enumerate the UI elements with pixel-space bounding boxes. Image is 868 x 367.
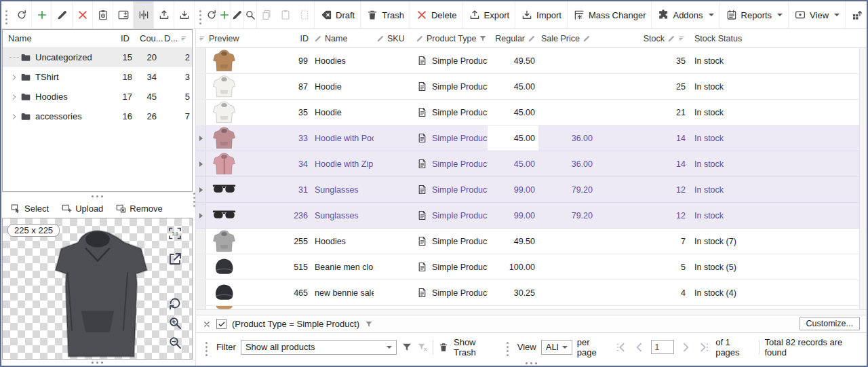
- refresh-categories-button[interactable]: [12, 1, 32, 28]
- trash-button[interactable]: Trash: [361, 1, 410, 28]
- id-cell[interactable]: 465: [247, 280, 311, 305]
- category-count-cell[interactable]: 26: [134, 111, 159, 121]
- id-cell[interactable]: 236: [247, 203, 311, 228]
- product-row[interactable]: 236 Sunglasses Simple Product 99.00 79.2…: [196, 203, 867, 229]
- left-pane-resize-grip[interactable]: [1, 360, 193, 366]
- toolbar-drag-handle[interactable]: [507, 346, 509, 348]
- id-cell[interactable]: 34: [247, 151, 311, 176]
- export-button[interactable]: Export: [463, 1, 516, 28]
- id-cell[interactable]: 33: [247, 125, 311, 151]
- vertical-scrollbar[interactable]: [859, 48, 867, 309]
- category-depth-cell[interactable]: 3: [159, 72, 192, 82]
- column-header-stock-status[interactable]: Stock Status: [689, 34, 867, 43]
- column-header-regular[interactable]: Regular: [488, 34, 538, 43]
- stock-status-cell[interactable]: In stock: [689, 100, 867, 125]
- regular-price-cell[interactable]: 99.00: [488, 177, 538, 202]
- sku-cell[interactable]: [374, 125, 413, 151]
- row-indicator-cell[interactable]: [196, 280, 206, 305]
- preview-cell[interactable]: [206, 229, 247, 254]
- sku-cell[interactable]: [374, 306, 413, 309]
- regular-price-cell[interactable]: 30.25: [488, 280, 538, 305]
- search-button[interactable]: [244, 1, 257, 28]
- sku-cell[interactable]: [374, 203, 413, 228]
- filter-funnel-icon[interactable]: [479, 35, 487, 43]
- export-grid-dropdown[interactable]: Export Grid: [846, 1, 867, 28]
- delete-button[interactable]: Delete: [410, 1, 463, 28]
- clear-filter-funnel-icon[interactable]: [417, 342, 428, 353]
- column-header-depth[interactable]: D...: [159, 33, 192, 43]
- expander[interactable]: [8, 93, 20, 101]
- sale-price-cell[interactable]: [538, 254, 596, 279]
- add-category-button[interactable]: [32, 1, 52, 28]
- preview-cell[interactable]: [206, 48, 247, 73]
- stock-cell[interactable]: 35: [596, 48, 689, 73]
- sale-price-cell[interactable]: 36.00: [538, 125, 596, 151]
- product-row[interactable]: 515 Beanie men clon Simple Product 100.0…: [196, 254, 867, 280]
- id-cell[interactable]: 255: [247, 229, 311, 254]
- stock-cell[interactable]: 5: [596, 254, 689, 279]
- add-product-button[interactable]: [218, 1, 231, 28]
- stock-status-cell[interactable]: In stock (4): [689, 280, 867, 305]
- close-icon[interactable]: [203, 320, 211, 328]
- row-menu-header[interactable]: [196, 35, 206, 43]
- regular-price-cell[interactable]: 45.00: [488, 74, 538, 99]
- product-type-cell[interactable]: Simple Product: [413, 229, 488, 254]
- id-cell[interactable]: 515: [247, 254, 311, 279]
- stock-cell[interactable]: 14: [596, 125, 689, 151]
- id-cell[interactable]: 31: [247, 177, 311, 202]
- sku-cell[interactable]: [374, 229, 413, 254]
- category-id-cell[interactable]: 15: [115, 52, 134, 62]
- category-id-cell[interactable]: 18: [115, 72, 134, 82]
- category-name-cell[interactable]: Uncategorized: [3, 47, 115, 67]
- sku-cell[interactable]: [374, 177, 413, 202]
- sale-price-cell[interactable]: [538, 306, 596, 309]
- stock-cell[interactable]: 7: [596, 229, 689, 254]
- bottom-resize-grip[interactable]: [196, 361, 867, 366]
- category-depth-cell[interactable]: 2: [159, 52, 192, 62]
- per-page-select[interactable]: ALL: [541, 340, 572, 355]
- expander[interactable]: [8, 57, 20, 58]
- name-cell[interactable]: [311, 306, 374, 309]
- zoom-out-icon[interactable]: [167, 334, 183, 351]
- preview-cell[interactable]: [206, 100, 247, 125]
- product-type-cell[interactable]: Simple Product: [413, 254, 488, 279]
- product-type-cell[interactable]: Simple Product: [413, 125, 488, 151]
- column-header-name[interactable]: Name: [311, 34, 374, 43]
- addons-dropdown[interactable]: Addons: [652, 1, 719, 28]
- category-row[interactable]: accessories 16 26 7: [3, 107, 192, 126]
- preview-mode-button[interactable]: [93, 1, 113, 28]
- regular-price-cell[interactable]: 99.00: [488, 203, 538, 228]
- row-indicator-cell[interactable]: [196, 151, 206, 176]
- paste-button[interactable]: [276, 1, 295, 28]
- stock-cell[interactable]: 25: [596, 74, 689, 99]
- category-count-cell[interactable]: 45: [134, 92, 159, 102]
- stock-status-cell[interactable]: In stock: [689, 151, 867, 176]
- row-indicator-cell[interactable]: [196, 203, 206, 228]
- product-row[interactable]: 33 Hoodie with Poc Simple Product 45.00 …: [196, 125, 867, 151]
- name-cell[interactable]: Hoodies: [311, 48, 374, 73]
- regular-price-cell[interactable]: 45.00: [488, 151, 538, 176]
- filter-select[interactable]: Show all products: [241, 340, 397, 355]
- category-name-cell[interactable]: TShirt: [3, 67, 115, 87]
- product-row[interactable]: 35 Hoodie Simple Product 45.00 21 In sto…: [196, 100, 867, 125]
- sku-cell[interactable]: [374, 254, 413, 279]
- id-cell[interactable]: 99: [247, 48, 311, 73]
- row-indicator-cell[interactable]: [196, 229, 206, 254]
- filter-funnel-icon[interactable]: [365, 320, 373, 328]
- sku-cell[interactable]: [374, 100, 413, 125]
- stock-status-cell[interactable]: In stock: [689, 74, 867, 99]
- sale-price-cell[interactable]: [538, 280, 596, 305]
- reports-dropdown[interactable]: Reports: [720, 1, 789, 28]
- stock-status-cell[interactable]: In stock: [689, 125, 867, 151]
- product-type-cell[interactable]: [413, 306, 488, 309]
- category-name-cell[interactable]: accessories: [3, 107, 115, 126]
- column-header-id[interactable]: ID: [247, 34, 311, 43]
- product-type-cell[interactable]: Simple Product: [413, 100, 488, 125]
- stock-cell[interactable]: 4: [596, 280, 689, 305]
- expander[interactable]: [8, 113, 20, 121]
- preview-cell[interactable]: [206, 306, 247, 309]
- id-cell[interactable]: [247, 306, 311, 309]
- id-cell[interactable]: 87: [247, 74, 311, 99]
- row-indicator-cell[interactable]: [196, 254, 206, 279]
- import-categories-button[interactable]: [174, 1, 195, 28]
